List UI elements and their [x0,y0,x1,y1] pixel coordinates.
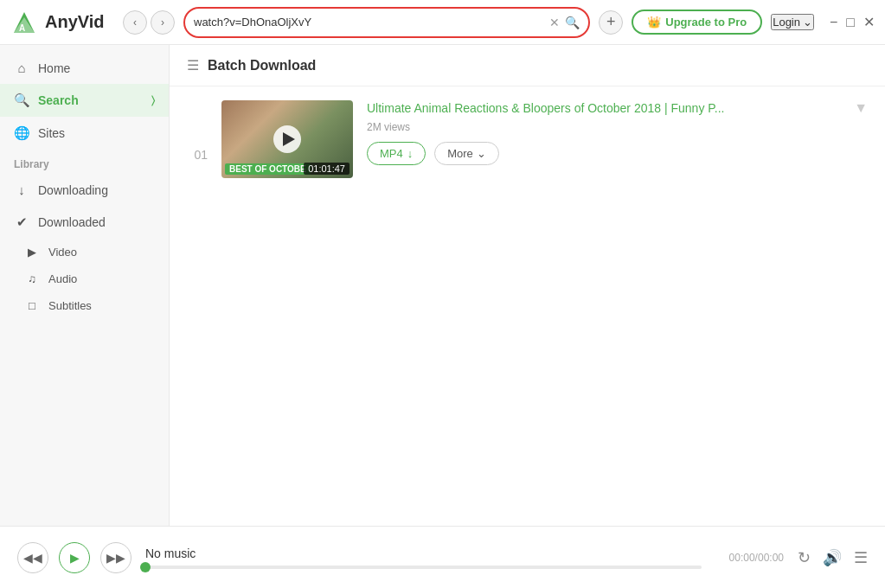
player-progress-dot [140,562,151,572]
sidebar-home-label: Home [38,61,70,75]
sidebar-item-search[interactable]: 🔍 Search 〉 [0,84,169,117]
library-section-label: Library [0,150,169,174]
sidebar-item-subtitles[interactable]: □ Subtitles [0,292,169,319]
login-button[interactable]: Login ⌄ [771,14,814,30]
search-icon: 🔍 [14,93,29,108]
sites-icon: 🌐 [14,125,29,141]
subtitles-icon: □ [24,299,40,312]
repeat-button[interactable]: ↻ [798,548,811,567]
chevron-right-icon: 〉 [151,94,155,106]
url-bar[interactable]: watch?v=DhOnaOljXvY ✕ 🔍 [183,7,590,38]
back-button[interactable]: ‹ [123,10,147,35]
video-thumbnail[interactable]: BEST OF OCTOBE 01:01:47 [221,100,353,178]
mp4-label: MP4 [380,147,403,160]
app-name: AnyVid [45,12,105,32]
video-views: 2M views [367,121,868,133]
home-icon: ⌂ [14,61,29,75]
minimize-button[interactable]: − [830,14,837,30]
sidebar-item-video[interactable]: ▶ Video [0,239,169,265]
player-extras: ↻ 🔊 ☰ [798,548,868,567]
sidebar-video-label: Video [48,246,77,259]
nav-arrows: ‹ › [123,10,175,35]
titlebar: A AnyVid ‹ › watch?v=DhOnaOljXvY ✕ 🔍 + 👑… [0,0,885,45]
more-button[interactable]: More ⌄ [434,142,499,165]
sidebar-item-downloading[interactable]: ↓ Downloading [0,174,169,206]
more-label: More [447,147,473,160]
audio-icon: ♫ [24,272,40,285]
sidebar-sites-label: Sites [38,126,65,140]
thumb-duration: 01:01:47 [304,163,350,175]
player-bar: ◀◀ ▶ ▶▶ No music 00:00/00:00 ↻ 🔊 ☰ [0,526,885,588]
content-area: ☰ Batch Download 01 BEST OF OCTOBE 01:01… [170,45,885,526]
chevron-down-icon: ⌄ [477,147,486,160]
play-triangle-icon [283,132,295,146]
svg-text:A: A [19,23,25,33]
player-time: 00:00/00:00 [729,552,784,564]
player-info: No music [145,546,702,569]
window-controls: − □ ✕ [830,14,875,30]
video-number: 01 [187,100,208,162]
chevron-down-icon: ⌄ [803,16,812,29]
maximize-button[interactable]: □ [846,14,855,30]
sidebar-item-audio[interactable]: ♫ Audio [0,265,169,292]
crown-icon: 👑 [647,16,661,29]
login-label: Login [773,16,800,29]
next-button[interactable]: ▶▶ [100,542,131,573]
sidebar-subtitles-label: Subtitles [48,299,92,312]
app-logo-icon: A [10,9,38,36]
player-controls: ◀◀ ▶ ▶▶ [17,542,131,573]
add-tab-button[interactable]: + [599,10,623,35]
logo-area: A AnyVid [10,9,114,36]
download-arrow-icon: ↓ [407,147,414,160]
video-actions: MP4 ↓ More ⌄ [367,142,868,165]
url-search-icon[interactable]: 🔍 [565,16,580,29]
sidebar-downloading-label: Downloading [38,183,108,197]
sidebar-downloaded-label: Downloaded [38,215,106,229]
mp4-download-button[interactable]: MP4 ↓ [367,142,426,165]
sidebar-item-sites[interactable]: 🌐 Sites [0,117,169,150]
check-circle-icon: ✔ [14,214,29,230]
upgrade-button[interactable]: 👑 Upgrade to Pro [632,10,762,35]
player-title: No music [145,546,702,560]
download-icon: ↓ [14,182,29,197]
favorite-icon[interactable]: ▼ [854,100,868,116]
sidebar-search-label: Search [38,93,79,107]
main-layout: ⌂ Home 🔍 Search 〉 🌐 Sites Library ↓ Down… [0,45,885,526]
volume-button[interactable]: 🔊 [823,548,842,567]
video-icon: ▶ [24,246,40,259]
batch-download-icon: ☰ [187,57,199,74]
prev-button[interactable]: ◀◀ [17,542,48,573]
forward-button[interactable]: › [151,10,175,35]
thumb-label: BEST OF OCTOBE [225,163,311,175]
upgrade-label: Upgrade to Pro [665,16,747,29]
video-info: Ultimate Animal Reactions & Bloopers of … [367,100,868,165]
sidebar-audio-label: Audio [48,272,77,285]
video-list: 01 BEST OF OCTOBE 01:01:47 Ultimate Anim… [170,86,885,526]
sidebar-item-downloaded[interactable]: ✔ Downloaded [0,206,169,239]
url-text: watch?v=DhOnaOljXvY [194,16,544,29]
content-header: ☰ Batch Download [170,45,885,86]
video-item: 01 BEST OF OCTOBE 01:01:47 Ultimate Anim… [187,100,868,178]
sidebar: ⌂ Home 🔍 Search 〉 🌐 Sites Library ↓ Down… [0,45,170,526]
url-close-icon[interactable]: ✕ [549,16,560,29]
close-button[interactable]: ✕ [863,14,875,30]
player-progress-bar[interactable] [145,566,702,569]
video-title[interactable]: Ultimate Animal Reactions & Bloopers of … [367,100,868,118]
playlist-button[interactable]: ☰ [854,548,868,567]
content-title: Batch Download [208,58,316,74]
play-circle [273,125,301,153]
sidebar-item-home[interactable]: ⌂ Home [0,52,169,84]
play-button[interactable]: ▶ [59,542,90,573]
